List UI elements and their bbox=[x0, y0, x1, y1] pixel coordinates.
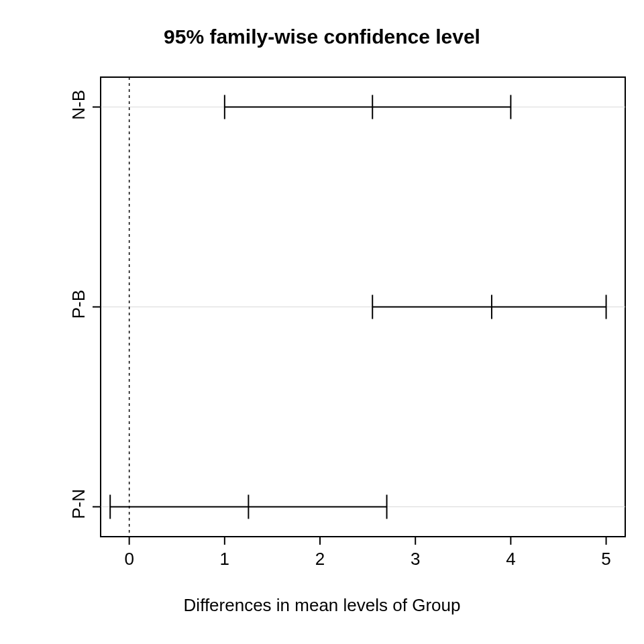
x-tick-label: 1 bbox=[220, 549, 229, 570]
y-tick-label: N-B bbox=[68, 90, 89, 120]
y-tick-label: P-N bbox=[68, 489, 89, 519]
x-tick-label: 5 bbox=[601, 549, 610, 570]
x-tick-label: 4 bbox=[506, 549, 515, 570]
x-tick-label: 0 bbox=[124, 549, 133, 570]
chart-plot-area bbox=[0, 0, 644, 644]
y-tick-label: P-B bbox=[68, 290, 89, 319]
x-tick-label: 2 bbox=[315, 549, 325, 570]
x-tick-label: 3 bbox=[411, 549, 420, 570]
